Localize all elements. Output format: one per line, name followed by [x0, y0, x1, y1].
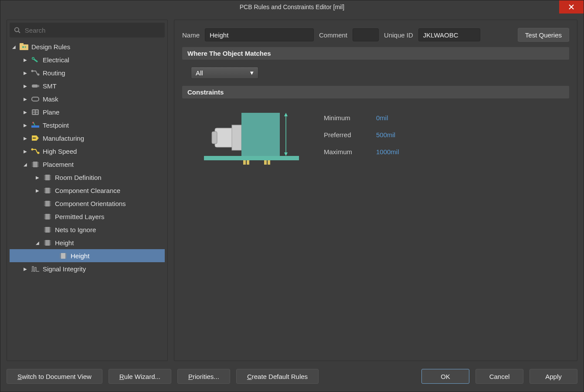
- where-matches-header: Where The Object Matches: [182, 47, 569, 60]
- tree-label: Manufacturing: [43, 135, 84, 142]
- placement-icon: [43, 212, 52, 221]
- smt-icon: [31, 81, 40, 90]
- expander-closed-icon[interactable]: ▶: [23, 70, 28, 75]
- tree-item-height-rule[interactable]: Height: [10, 249, 165, 262]
- expander-closed-icon[interactable]: ▶: [23, 96, 28, 101]
- tree-item-smt[interactable]: ▶ SMT: [10, 79, 165, 92]
- tree-item-signal-integrity[interactable]: ▶ Signal Integrity: [10, 262, 165, 275]
- tree-item-testpoint[interactable]: ▶ Testpoint: [10, 118, 165, 132]
- tree-label: Room Definition: [55, 174, 102, 181]
- expander-open-icon[interactable]: ◢: [23, 162, 28, 167]
- folder-icon: [19, 42, 29, 51]
- tree-label: Design Rules: [31, 43, 70, 51]
- svg-point-6: [37, 74, 40, 76]
- plane-icon: [31, 108, 40, 116]
- tree-item-placement[interactable]: ◢ Placement: [10, 158, 165, 171]
- apply-button[interactable]: Apply: [530, 369, 577, 384]
- tree-item-component-clearance[interactable]: ▶ Component Clearance: [10, 184, 165, 197]
- svg-rect-20: [45, 188, 50, 193]
- priorities-button[interactable]: Priorities...: [177, 369, 230, 384]
- expander-closed-icon[interactable]: ▶: [35, 188, 40, 193]
- tree-item-plane[interactable]: ▶ Plane: [10, 105, 165, 118]
- tree-item-room-definition[interactable]: ▶ Room Definition: [10, 171, 165, 184]
- sidebar: ◢ Design Rules ▶ Electrical ▶ Routing: [7, 20, 168, 361]
- tree-label: Component Clearance: [55, 187, 120, 194]
- svg-rect-15: [31, 125, 39, 128]
- svg-rect-2: [20, 43, 24, 45]
- tree-item-component-orientations[interactable]: ▶ Component Orientations: [10, 197, 165, 210]
- tree-label: Permitted Layers: [55, 213, 104, 220]
- name-input[interactable]: [205, 28, 314, 41]
- svg-rect-33: [232, 125, 241, 150]
- tree-label: Height: [71, 252, 89, 260]
- svg-rect-27: [243, 160, 246, 165]
- svg-rect-26: [204, 156, 299, 160]
- tree-label: Component Orientations: [55, 200, 126, 207]
- placement-icon: [43, 186, 52, 195]
- maximum-value[interactable]: 1000mil: [376, 148, 428, 155]
- tree-item-height-category[interactable]: ◢ Height: [10, 236, 165, 249]
- search-box[interactable]: [10, 23, 165, 37]
- create-default-rules-button[interactable]: Create Default Rules: [236, 369, 319, 384]
- expander-closed-icon[interactable]: ▶: [23, 266, 28, 271]
- tree-item-high-speed[interactable]: ▶ High Speed: [10, 145, 165, 158]
- minimum-value[interactable]: 0mil: [376, 114, 428, 122]
- tree-item-nets-to-ignore[interactable]: ▶ Nets to Ignore: [10, 223, 165, 236]
- mask-icon: [31, 95, 40, 103]
- svg-point-0: [15, 27, 19, 31]
- expander-closed-icon[interactable]: ▶: [23, 109, 28, 115]
- rules-tree: ◢ Design Rules ▶ Electrical ▶ Routing: [10, 40, 165, 358]
- electrical-icon: [31, 55, 40, 64]
- testpoint-icon: [31, 121, 40, 129]
- expander-closed-icon[interactable]: ▶: [23, 149, 28, 154]
- unique-id-input[interactable]: [418, 28, 480, 41]
- expander-closed-icon[interactable]: ▶: [23, 122, 28, 128]
- expander-open-icon[interactable]: ◢: [35, 240, 40, 245]
- svg-rect-29: [264, 160, 267, 165]
- switch-view-button[interactable]: Switch to Document View: [7, 369, 102, 384]
- svg-rect-7: [32, 84, 38, 88]
- close-button[interactable]: [559, 0, 584, 14]
- comment-input[interactable]: [353, 28, 379, 41]
- constraints-header: Constraints: [182, 86, 569, 98]
- tree-label: Routing: [43, 69, 65, 77]
- tree-label: Electrical: [43, 56, 69, 64]
- signal-integrity-icon: [31, 264, 40, 273]
- expander-closed-icon[interactable]: ▶: [23, 57, 28, 62]
- maximum-label: Maximum: [324, 148, 376, 155]
- search-input[interactable]: [25, 27, 160, 34]
- svg-rect-32: [212, 132, 217, 144]
- svg-point-4: [33, 58, 34, 59]
- tree-item-routing[interactable]: ▶ Routing: [10, 66, 165, 79]
- svg-point-5: [31, 70, 34, 72]
- footer: Switch to Document View Rule Wizard... P…: [0, 367, 584, 392]
- tree-label: Mask: [43, 95, 58, 103]
- placement-icon: [43, 238, 52, 247]
- name-label: Name: [182, 31, 200, 39]
- tree-item-manufacturing[interactable]: ▶ Manufacturing: [10, 132, 165, 145]
- tree-item-permitted-layers[interactable]: ▶ Permitted Layers: [10, 210, 165, 223]
- cancel-button[interactable]: Cancel: [475, 369, 523, 384]
- ok-button[interactable]: OK: [421, 369, 469, 384]
- titlebar: PCB Rules and Constraints Editor [mil]: [0, 0, 584, 14]
- svg-rect-18: [33, 162, 37, 167]
- svg-rect-25: [61, 253, 65, 259]
- expander-closed-icon[interactable]: ▶: [23, 135, 28, 141]
- tree-label: High Speed: [43, 148, 77, 155]
- test-queries-button[interactable]: Test Queries: [518, 28, 569, 42]
- tree-item-electrical[interactable]: ▶ Electrical: [10, 53, 165, 66]
- rule-wizard-button[interactable]: Rule Wizard...: [109, 369, 171, 384]
- preferred-label: Preferred: [324, 131, 376, 139]
- placement-icon: [43, 199, 52, 208]
- expander-open-icon[interactable]: ◢: [11, 44, 17, 49]
- tree-item-design-rules[interactable]: ◢ Design Rules: [10, 40, 165, 53]
- scope-dropdown[interactable]: All ▾: [191, 67, 258, 79]
- expander-closed-icon[interactable]: ▶: [35, 175, 40, 180]
- preferred-value[interactable]: 500mil: [376, 131, 428, 139]
- expander-closed-icon[interactable]: ▶: [23, 83, 28, 88]
- tree-label: Placement: [43, 161, 74, 168]
- svg-rect-23: [45, 227, 50, 233]
- tree-item-mask[interactable]: ▶ Mask: [10, 92, 165, 105]
- svg-rect-24: [45, 240, 50, 246]
- placement-icon: [43, 225, 52, 234]
